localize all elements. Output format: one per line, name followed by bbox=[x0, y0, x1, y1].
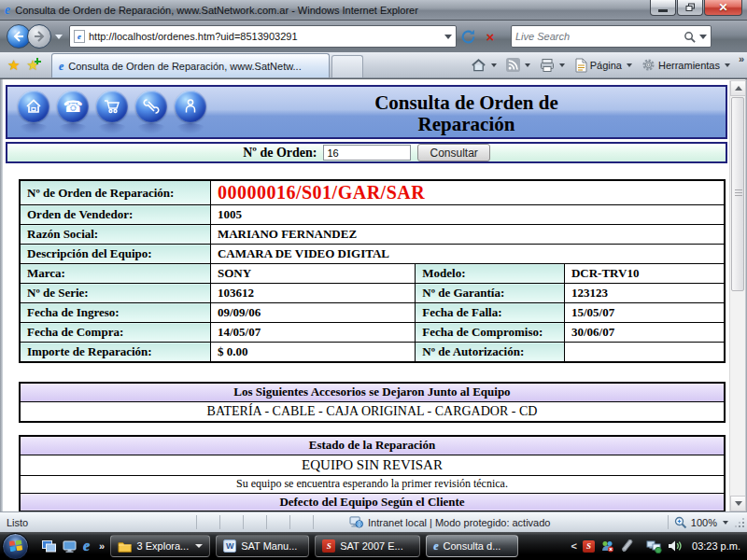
taskbar-clock[interactable]: 03:23 p.m. bbox=[692, 540, 740, 552]
refresh-button[interactable] bbox=[457, 24, 479, 49]
ie-quicklaunch-icon[interactable]: e bbox=[83, 539, 90, 553]
page-favicon-icon: e bbox=[74, 30, 85, 43]
field-value: SONY bbox=[210, 264, 415, 284]
new-tab-stub[interactable] bbox=[331, 55, 363, 77]
field-value: DCR-TRV10 bbox=[564, 264, 725, 284]
service-nav-button[interactable] bbox=[135, 91, 167, 122]
taskbar-button-label: 3 Explora... bbox=[137, 540, 190, 552]
table-row: Fecha de Compra:14/05/07Fecha de Comprom… bbox=[20, 323, 725, 343]
favorites-star-icon[interactable]: ★ bbox=[7, 57, 20, 74]
tools-menu-button[interactable]: Herramientas bbox=[638, 54, 734, 77]
taskbar-button-sat[interactable]: S SAT 2007 E... bbox=[315, 535, 420, 557]
order-number-value: 00000016/S01/GAR/SAR bbox=[210, 180, 725, 205]
feeds-button[interactable] bbox=[502, 54, 534, 77]
refresh-icon bbox=[460, 29, 476, 45]
repair-status-value: EQUIPO SIN REVISAR bbox=[20, 455, 725, 475]
search-box[interactable] bbox=[511, 25, 712, 48]
field-label: Razón Social: bbox=[20, 225, 210, 245]
zoom-dropdown-icon[interactable] bbox=[723, 521, 728, 525]
field-label: Fecha de Compra: bbox=[20, 323, 210, 343]
scroll-up-button[interactable] bbox=[730, 80, 746, 96]
restore-icon bbox=[685, 3, 696, 12]
home-dropdown-icon[interactable] bbox=[491, 63, 497, 67]
taskbar-button-explorer-group[interactable]: 3 Explora... bbox=[110, 535, 210, 557]
orb-reflection bbox=[136, 123, 166, 134]
messenger-offline-icon[interactable] bbox=[600, 539, 614, 553]
close-button[interactable]: ✕ bbox=[704, 0, 742, 16]
field-value: 15/05/07 bbox=[564, 303, 725, 323]
tab-title: Consulta de Orden de Reparación, www.Sat… bbox=[68, 61, 301, 72]
table-row: Nº de Orden de Reparación:00000016/S01/G… bbox=[20, 180, 725, 205]
home-nav-button[interactable] bbox=[18, 91, 49, 122]
field-label: Descripción del Equipo: bbox=[20, 245, 210, 264]
account-nav-button[interactable] bbox=[175, 91, 206, 122]
table-row: Orden de Vendedor:1005 bbox=[20, 205, 725, 225]
toolbar-overflow-chevron[interactable]: » bbox=[739, 53, 744, 64]
order-query-band: Nº de Orden: Consultar bbox=[6, 142, 727, 163]
table-row: Marca:SONYModelo:DCR-TRV10 bbox=[20, 264, 725, 284]
orb-reflection bbox=[19, 123, 49, 134]
show-desktop-icon[interactable] bbox=[63, 540, 77, 553]
window-switcher-icon[interactable] bbox=[42, 540, 56, 553]
volume-tray-icon[interactable] bbox=[668, 539, 683, 553]
contact-nav-button[interactable]: ☎ bbox=[57, 91, 89, 122]
search-icon[interactable] bbox=[684, 31, 696, 43]
status-separator bbox=[266, 515, 289, 529]
consult-button[interactable]: Consultar bbox=[417, 144, 489, 161]
notification-chevron[interactable]: < bbox=[571, 540, 577, 552]
window-controls: ✕ bbox=[650, 0, 742, 16]
nav-icon-row: ☎ bbox=[7, 87, 207, 137]
field-label: Fecha de Ingreso: bbox=[20, 303, 210, 323]
intranet-zone-icon bbox=[349, 516, 363, 528]
taskbar-button-word[interactable]: W SAT Manu... bbox=[216, 535, 309, 557]
address-url[interactable]: http://localhost/ordenes.htm?uid=8513903… bbox=[89, 31, 441, 42]
history-dropdown-icon[interactable] bbox=[55, 35, 63, 39]
sat-tray-icon[interactable]: S bbox=[583, 540, 595, 553]
screen: { "browser": { "window_title": "Consulta… bbox=[0, 0, 747, 560]
stylus-tray-icon[interactable] bbox=[620, 539, 633, 553]
resize-grip[interactable] bbox=[734, 517, 745, 528]
start-button[interactable] bbox=[2, 533, 29, 560]
vertical-scrollbar[interactable] bbox=[729, 80, 745, 511]
repair-status-header: Estado de la Reparación bbox=[20, 436, 725, 455]
close-icon: ✕ bbox=[718, 1, 727, 14]
page-menu-button[interactable]: Página bbox=[571, 54, 636, 77]
zoom-magnifier-icon bbox=[674, 516, 687, 529]
field-value bbox=[564, 343, 725, 362]
order-number-input[interactable] bbox=[323, 145, 411, 161]
field-label: Marca: bbox=[20, 264, 210, 284]
home-icon bbox=[471, 58, 486, 73]
address-bar[interactable]: e http://localhost/ordenes.htm?uid=85139… bbox=[69, 25, 457, 48]
taskbar-button-ie-active[interactable]: e Consulta d... bbox=[426, 535, 518, 557]
field-label: Orden de Vendedor: bbox=[20, 205, 210, 225]
search-input[interactable] bbox=[515, 31, 684, 42]
table-row: Nº de Serie:103612Nº de Garantía:123123 bbox=[20, 284, 725, 303]
quicklaunch-overflow-chevron[interactable]: » bbox=[99, 540, 105, 552]
forward-button[interactable] bbox=[27, 24, 51, 49]
network-tray-icon[interactable] bbox=[646, 539, 662, 553]
tab-active[interactable]: e Consulta de Orden de Reparación, www.S… bbox=[51, 53, 330, 77]
scrollbar-thumb[interactable] bbox=[731, 97, 744, 291]
print-dropdown-icon[interactable] bbox=[559, 63, 565, 67]
scroll-down-button[interactable] bbox=[730, 496, 746, 511]
field-label: Modelo: bbox=[416, 264, 565, 284]
stop-icon: × bbox=[486, 30, 495, 44]
page-title: Consulta de Orden de Reparación bbox=[207, 87, 726, 137]
accessories-header: Los Siguientes Accesorios se Dejaron Jun… bbox=[20, 383, 725, 401]
print-button[interactable] bbox=[536, 54, 569, 77]
home-button[interactable] bbox=[467, 54, 500, 77]
zoom-control[interactable]: 100% bbox=[668, 515, 734, 529]
stop-button[interactable]: × bbox=[479, 24, 501, 49]
repair-status-detail: Su equipo se encuentra esperando la prim… bbox=[20, 475, 725, 493]
add-favorite-icon[interactable]: ★ bbox=[26, 57, 38, 74]
restore-button[interactable] bbox=[677, 0, 703, 16]
minimize-button[interactable] bbox=[650, 0, 676, 16]
sat-app-icon: S bbox=[322, 539, 335, 553]
tools-menu-dropdown-icon bbox=[725, 63, 730, 67]
field-value: $ 0.00 bbox=[210, 343, 415, 362]
shop-nav-button[interactable] bbox=[96, 91, 128, 122]
feeds-dropdown-icon[interactable] bbox=[525, 63, 530, 67]
search-dropdown-icon[interactable] bbox=[699, 35, 707, 39]
address-dropdown-icon[interactable] bbox=[444, 35, 452, 39]
scroll-down-icon bbox=[735, 501, 742, 506]
